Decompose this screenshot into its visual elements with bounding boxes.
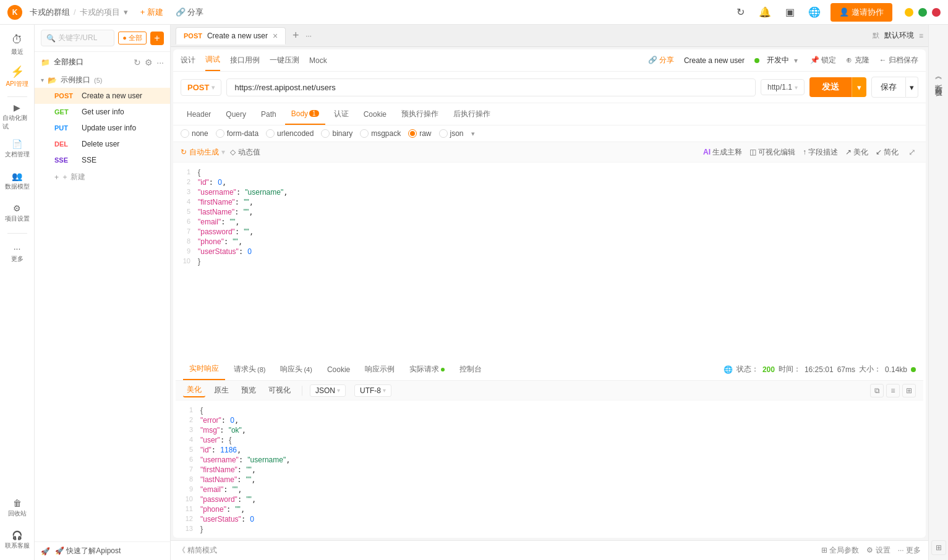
req-tab-cookie[interactable]: Cookie [357, 103, 393, 125]
sub-tab-mock[interactable]: Mock [309, 49, 327, 71]
invite-button[interactable]: 👤 邀请协作 [831, 3, 892, 22]
resp-tab-realtime[interactable]: 实时响应 [183, 358, 225, 380]
body-opt-msgpack[interactable]: msgpack [360, 129, 401, 138]
sidebar-item-support[interactable]: 🎧 联系客服 [2, 525, 32, 555]
nav-item-delete-user[interactable]: DEL Delete user [35, 136, 170, 152]
table-icon[interactable]: ⊞ [902, 384, 916, 397]
chevron-down-icon[interactable]: ▾ [124, 7, 128, 17]
bell-icon[interactable]: 🔔 [756, 4, 774, 21]
sidebar-item-api[interactable]: ⚡ API管理 [2, 62, 32, 91]
sub-tab-debug[interactable]: 调试 [205, 49, 220, 71]
sidebar-item-docs[interactable]: 📄 文档管理 [2, 134, 32, 164]
nav-settings-icon[interactable]: ⚙ [145, 57, 153, 67]
fmt-beautify-btn[interactable]: 美化 [183, 383, 205, 397]
sub-tab-stress[interactable]: 一键压测 [270, 49, 299, 71]
refresh-icon[interactable]: ↻ [732, 4, 749, 21]
sub-tab-design[interactable]: 设计 [181, 49, 195, 71]
sidebar-item-datamodel[interactable]: 👥 数据模型 [2, 166, 32, 196]
tab-add-button[interactable]: + [288, 28, 303, 43]
lines-icon[interactable]: ≡ [886, 384, 900, 397]
nav-group-examples[interactable]: ▾ 📂 示例接口 (5) [35, 72, 170, 88]
archive-icon[interactable]: ← 归档保存 [879, 55, 918, 66]
req-tab-body[interactable]: Body1 [285, 103, 325, 125]
nav-add-button[interactable]: + [150, 32, 164, 45]
visual-edit-tool[interactable]: ◫ 可视化编辑 [749, 147, 795, 158]
save-button[interactable]: 保存 [871, 77, 906, 98]
active-tab[interactable]: POST Create a new user × [176, 27, 286, 45]
nav-item-update-user[interactable]: PUT Update user info [35, 120, 170, 136]
copy-icon[interactable]: ⧉ [870, 384, 884, 397]
maximize-button[interactable] [918, 8, 927, 17]
sidebar-item-more[interactable]: ··· 更多 [2, 239, 32, 268]
url-input[interactable] [226, 78, 756, 96]
body-opt-form-data[interactable]: form-data [216, 129, 258, 138]
breadcrumb-project[interactable]: 卡戎的项目 [80, 7, 120, 18]
req-tab-path[interactable]: Path [255, 103, 283, 125]
tab-more-button[interactable]: ··· [305, 32, 312, 40]
nav-filter-btn[interactable]: ● 全部 [118, 32, 147, 45]
nav-more-icon[interactable]: ··· [156, 57, 164, 67]
body-opt-binary[interactable]: binary [321, 129, 352, 138]
fmt-visual-btn[interactable]: 可视化 [265, 384, 294, 397]
expand-sidebar-icon[interactable]: ≡ [919, 32, 923, 40]
global-params-btn[interactable]: ⊞ 全局参数 [821, 545, 859, 556]
body-opt-none[interactable]: none [181, 129, 208, 138]
http-version-selector[interactable]: http/1.1 ▾ [761, 79, 805, 95]
resp-tab-actual-req[interactable]: 实际请求 [403, 358, 451, 380]
simple-mode-button[interactable]: 《 精简模式 [178, 545, 217, 556]
all-apis-label[interactable]: 全部接口 [54, 57, 83, 67]
new-button[interactable]: + 新建 [135, 4, 168, 20]
req-tab-header[interactable]: Header [181, 103, 217, 125]
format-chevron-icon[interactable]: ▾ [471, 130, 475, 138]
body-opt-urlencoded[interactable]: urlencoded [266, 129, 314, 138]
quick-learn-item[interactable]: 🚀 🚀 快速了解Apipost [35, 541, 170, 560]
search-input[interactable]: 🔍 关键字/URL [41, 30, 114, 46]
req-tab-post-script[interactable]: 后执行操作 [447, 103, 497, 125]
fmt-raw-btn[interactable]: 原生 [210, 384, 233, 397]
req-tab-auth[interactable]: 认证 [328, 103, 355, 125]
req-tab-query[interactable]: Query [220, 103, 252, 125]
sidebar-item-autotest[interactable]: ▶ 自动化测试 [2, 102, 32, 132]
resp-tab-response-headers[interactable]: 响应头(4) [274, 358, 318, 380]
request-body-editor[interactable]: 1{2 "id": 0,3 "username": "username",4 "… [173, 163, 926, 358]
body-opt-json[interactable]: json [439, 129, 464, 138]
beautify-tool[interactable]: ↗ 美化 [845, 147, 868, 158]
validation-text[interactable]: 《 断言与校验 [933, 74, 944, 85]
send-dropdown-button[interactable]: ▾ [852, 77, 866, 97]
nav-item-get-user[interactable]: GET Get user info [35, 104, 170, 120]
sidebar-item-recent[interactable]: ⏱ 最近 [2, 30, 32, 59]
dynamic-val-button[interactable]: ◇ 动态值 [230, 147, 260, 158]
resp-tab-console[interactable]: 控制台 [453, 358, 488, 380]
resp-tab-examples[interactable]: 响应示例 [359, 358, 401, 380]
send-button[interactable]: 发送 [809, 77, 852, 97]
method-selector[interactable]: POST ▾ [181, 79, 221, 96]
layout-icon[interactable]: ▣ [781, 4, 798, 21]
share-tab-button[interactable]: 🔗 分享 [648, 55, 674, 66]
response-body[interactable]: 1{2 "error": 0,3 "msg": "ok",4 "user": {… [176, 401, 923, 535]
fmt-preview-btn[interactable]: 预览 [237, 384, 260, 397]
globe-icon[interactable]: 🌐 [806, 4, 823, 21]
sub-tab-examples[interactable]: 接口用例 [230, 49, 260, 71]
minimize-button[interactable] [905, 8, 913, 17]
more-btn[interactable]: ··· 更多 [898, 545, 921, 556]
resp-tab-cookie[interactable]: Cookie [321, 358, 356, 380]
sidebar-item-settings[interactable]: ⚙ 项目设置 [2, 198, 32, 228]
table-layout-icon[interactable]: ⊞ [931, 540, 946, 555]
simplify-tool[interactable]: ↙ 简化 [876, 147, 899, 158]
nav-item-sse[interactable]: SSE SSE [35, 152, 170, 168]
refresh-icon[interactable]: ↻ [134, 57, 141, 67]
resp-tab-request-headers[interactable]: 请求头(8) [228, 358, 271, 380]
breadcrumb-group[interactable]: 卡戎的群组 [30, 7, 70, 18]
nav-item-create-user[interactable]: POST Create a new user [35, 88, 170, 104]
save-dropdown-button[interactable]: ▾ [906, 77, 918, 98]
clone-icon[interactable]: ⊕ 克隆 [846, 55, 869, 66]
ai-gen-tool[interactable]: AI 生成主释 [703, 147, 742, 158]
nav-add-item[interactable]: + ＋ 新建 [35, 168, 170, 186]
body-opt-raw[interactable]: raw [408, 129, 431, 138]
env-name[interactable]: 默认环境 [884, 30, 914, 41]
field-desc-tool[interactable]: ↑ 字段描述 [803, 147, 838, 158]
format-type-selector[interactable]: JSON ▾ [310, 384, 346, 397]
req-tab-pre-script[interactable]: 预执行操作 [395, 103, 445, 125]
encoding-selector[interactable]: UTF-8 ▾ [354, 384, 391, 397]
status-chevron[interactable]: ▾ [794, 56, 798, 65]
